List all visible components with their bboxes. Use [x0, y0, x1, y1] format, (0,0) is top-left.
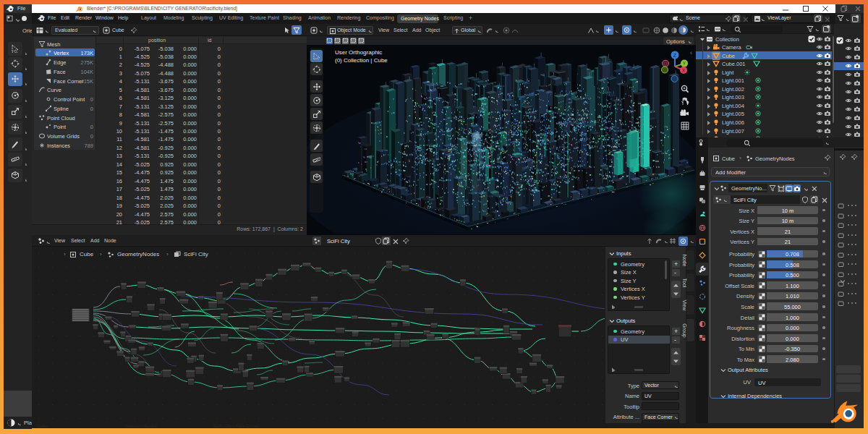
svg-text:X: X — [682, 68, 686, 73]
svg-text:Z: Z — [673, 53, 677, 58]
svg-text:Y: Y — [683, 61, 686, 66]
